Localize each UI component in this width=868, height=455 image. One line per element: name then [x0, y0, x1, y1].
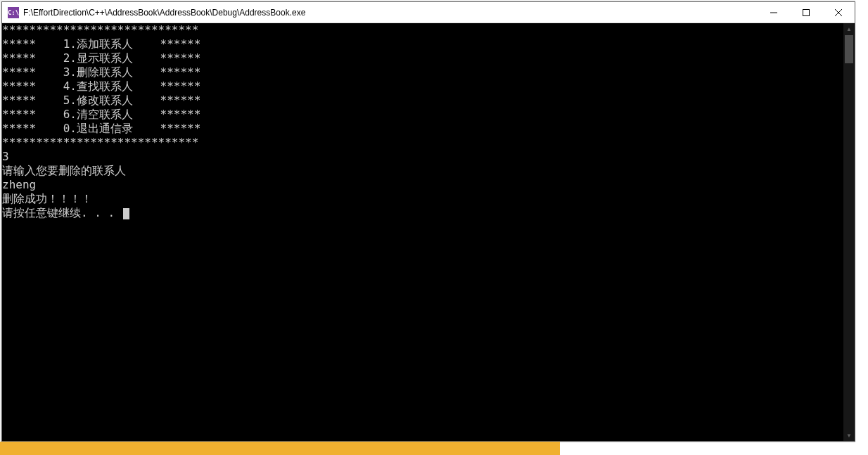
menu-item-2: ***** 2.显示联系人 ****** — [2, 51, 200, 65]
background-right — [855, 0, 868, 455]
menu-item-0: ***** 0.退出通信录 ****** — [2, 122, 200, 135]
window-title: F:\EffortDirection\C++\AddressBook\Addre… — [23, 8, 758, 18]
close-button[interactable] — [822, 2, 855, 23]
menu-item-5: ***** 5.修改联系人 ****** — [2, 94, 200, 107]
cursor-icon — [123, 208, 129, 219]
window-controls — [758, 2, 855, 23]
result-message: 删除成功！！！！ — [2, 192, 92, 205]
delete-prompt: 请输入您要删除的联系人 — [2, 164, 126, 177]
scroll-thumb[interactable] — [845, 35, 853, 63]
user-choice: 3 — [2, 150, 9, 163]
menu-item-6: ***** 6.清空联系人 ****** — [2, 108, 200, 121]
scroll-down-icon[interactable]: ▼ — [843, 430, 855, 441]
background-panel — [560, 442, 855, 455]
app-icon: C:\ — [8, 7, 19, 18]
menu-border-bottom: ***************************** — [2, 136, 198, 149]
titlebar[interactable]: C:\ F:\EffortDirection\C++\AddressBook\A… — [2, 2, 855, 23]
console-window: C:\ F:\EffortDirection\C++\AddressBook\A… — [1, 1, 855, 442]
scroll-up-icon[interactable]: ▲ — [843, 23, 855, 34]
continue-prompt: 请按任意键继续. . . — [2, 206, 122, 219]
menu-item-4: ***** 4.查找联系人 ****** — [2, 79, 200, 93]
menu-item-1: ***** 1.添加联系人 ****** — [2, 37, 200, 51]
maximize-button[interactable] — [790, 2, 822, 23]
vertical-scrollbar[interactable]: ▲ ▼ — [843, 23, 855, 441]
minimize-button[interactable] — [758, 2, 790, 23]
menu-item-3: ***** 3.删除联系人 ****** — [2, 65, 200, 79]
console-output: ***************************** ***** 1.添加… — [2, 23, 855, 220]
background-strip — [0, 442, 868, 455]
menu-border-top: ***************************** — [2, 23, 198, 37]
svg-rect-1 — [803, 9, 810, 15]
user-input-name: zheng — [2, 178, 36, 191]
console-area[interactable]: ***************************** ***** 1.添加… — [2, 23, 855, 441]
